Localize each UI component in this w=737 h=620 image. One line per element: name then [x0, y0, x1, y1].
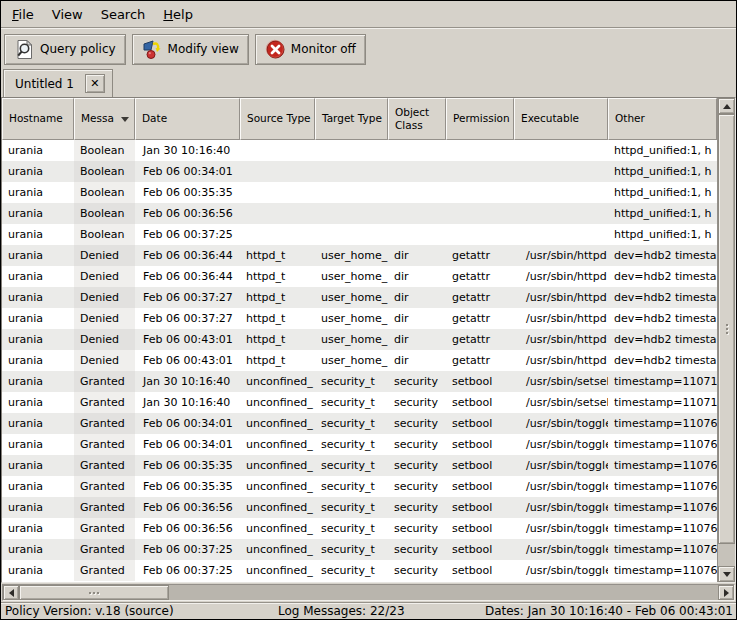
cell-date[interactable]: Feb 06 00:36:44	[135, 245, 240, 266]
cell-other[interactable]: timestamp=11076	[608, 560, 717, 581]
query-policy-button[interactable]: Query policy	[4, 34, 126, 65]
cell-source-type[interactable]: unconfined_	[240, 560, 315, 581]
column-header-target-type[interactable]: Target Type	[315, 98, 388, 140]
tab-close-button[interactable]: ✕	[85, 74, 105, 93]
cell-target-type[interactable]	[315, 140, 388, 161]
cell-other[interactable]: timestamp=11076	[608, 455, 717, 476]
cell-object-class[interactable]: security	[388, 539, 446, 560]
column-header-message[interactable]: Messa	[74, 98, 135, 140]
cell-executable[interactable]: /usr/sbin/toggle	[514, 497, 608, 518]
monitor-off-button[interactable]: Monitor off	[255, 34, 366, 65]
cell-message[interactable]: Granted	[74, 539, 135, 560]
tab-untitled-1[interactable]: Untitled 1 ✕	[3, 69, 113, 97]
cell-hostname[interactable]: urania	[2, 245, 74, 266]
table-row[interactable]: urania Denied Feb 06 00:36:44 httpd_t us…	[2, 266, 717, 287]
cell-other[interactable]: httpd_unified:1, h	[608, 224, 717, 245]
cell-date[interactable]: Feb 06 00:37:25	[135, 560, 240, 581]
scroll-down-button[interactable]	[718, 566, 735, 582]
table-row[interactable]: urania Granted Feb 06 00:35:35 unconfine…	[2, 455, 717, 476]
cell-other[interactable]: dev=hdb2 timesta	[608, 287, 717, 308]
cell-date[interactable]: Feb 06 00:35:35	[135, 182, 240, 203]
cell-executable[interactable]: /usr/sbin/httpd	[514, 308, 608, 329]
cell-date[interactable]: Jan 30 10:16:40	[135, 392, 240, 413]
cell-target-type[interactable]: security_t	[315, 560, 388, 581]
cell-date[interactable]: Feb 06 00:34:01	[135, 161, 240, 182]
cell-source-type[interactable]: httpd_t	[240, 245, 315, 266]
cell-permission[interactable]	[446, 182, 514, 203]
cell-hostname[interactable]: urania	[2, 266, 74, 287]
cell-other[interactable]: httpd_unified:1, h	[608, 161, 717, 182]
cell-source-type[interactable]: unconfined_	[240, 476, 315, 497]
cell-executable[interactable]: /usr/sbin/toggle	[514, 476, 608, 497]
cell-object-class[interactable]: dir	[388, 266, 446, 287]
cell-message[interactable]: Boolean	[74, 224, 135, 245]
cell-object-class[interactable]: security	[388, 518, 446, 539]
table-row[interactable]: urania Denied Feb 06 00:43:01 httpd_t us…	[2, 329, 717, 350]
cell-permission[interactable]: getattr	[446, 350, 514, 371]
cell-other[interactable]: timestamp=11076	[608, 476, 717, 497]
cell-message[interactable]: Denied	[74, 350, 135, 371]
table-row[interactable]: urania Granted Feb 06 00:35:35 unconfine…	[2, 476, 717, 497]
cell-message[interactable]: Denied	[74, 245, 135, 266]
vertical-scrollbar[interactable]	[717, 98, 735, 582]
menu-search[interactable]: Search	[92, 3, 155, 26]
cell-executable[interactable]	[514, 140, 608, 161]
table-row[interactable]: urania Boolean Feb 06 00:37:25 httpd_uni…	[2, 224, 717, 245]
vertical-scrollbar-thumb[interactable]	[718, 114, 735, 544]
cell-object-class[interactable]	[388, 161, 446, 182]
cell-permission[interactable]: getattr	[446, 287, 514, 308]
cell-source-type[interactable]	[240, 182, 315, 203]
cell-date[interactable]: Feb 06 00:34:01	[135, 413, 240, 434]
cell-hostname[interactable]: urania	[2, 224, 74, 245]
cell-target-type[interactable]: user_home_	[315, 350, 388, 371]
cell-permission[interactable]	[446, 140, 514, 161]
cell-object-class[interactable]: security	[388, 560, 446, 581]
cell-target-type[interactable]: security_t	[315, 392, 388, 413]
cell-source-type[interactable]	[240, 140, 315, 161]
cell-message[interactable]: Granted	[74, 434, 135, 455]
cell-executable[interactable]: /usr/sbin/toggle	[514, 518, 608, 539]
cell-permission[interactable]: getattr	[446, 245, 514, 266]
cell-date[interactable]: Feb 06 00:36:56	[135, 518, 240, 539]
cell-message[interactable]: Denied	[74, 287, 135, 308]
cell-executable[interactable]	[514, 161, 608, 182]
cell-object-class[interactable]	[388, 140, 446, 161]
cell-object-class[interactable]	[388, 203, 446, 224]
cell-target-type[interactable]: security_t	[315, 476, 388, 497]
cell-executable[interactable]: /usr/sbin/setseb	[514, 371, 608, 392]
table-row[interactable]: urania Granted Feb 06 00:37:25 unconfine…	[2, 560, 717, 581]
table-row[interactable]: urania Granted Jan 30 10:16:40 unconfine…	[2, 392, 717, 413]
cell-source-type[interactable]: httpd_t	[240, 287, 315, 308]
cell-hostname[interactable]: urania	[2, 539, 74, 560]
cell-hostname[interactable]: urania	[2, 455, 74, 476]
cell-object-class[interactable]: dir	[388, 308, 446, 329]
cell-hostname[interactable]: urania	[2, 476, 74, 497]
cell-target-type[interactable]	[315, 182, 388, 203]
cell-source-type[interactable]: unconfined_	[240, 518, 315, 539]
cell-target-type[interactable]: user_home_	[315, 329, 388, 350]
cell-source-type[interactable]: httpd_t	[240, 329, 315, 350]
cell-hostname[interactable]: urania	[2, 371, 74, 392]
cell-date[interactable]: Feb 06 00:37:27	[135, 308, 240, 329]
cell-date[interactable]: Jan 30 10:16:40	[135, 140, 240, 161]
cell-executable[interactable]: /usr/sbin/httpd	[514, 329, 608, 350]
cell-executable[interactable]: /usr/sbin/toggle	[514, 539, 608, 560]
cell-other[interactable]: timestamp=11076	[608, 539, 717, 560]
cell-target-type[interactable]: security_t	[315, 455, 388, 476]
cell-hostname[interactable]: urania	[2, 161, 74, 182]
cell-other[interactable]: dev=hdb2 timesta	[608, 329, 717, 350]
cell-target-type[interactable]: user_home_	[315, 266, 388, 287]
cell-executable[interactable]	[514, 224, 608, 245]
column-header-other[interactable]: Other	[608, 98, 717, 140]
cell-hostname[interactable]: urania	[2, 329, 74, 350]
cell-object-class[interactable]: security	[388, 497, 446, 518]
cell-hostname[interactable]: urania	[2, 497, 74, 518]
cell-message[interactable]: Boolean	[74, 140, 135, 161]
cell-target-type[interactable]	[315, 203, 388, 224]
cell-date[interactable]: Jan 30 10:16:40	[135, 371, 240, 392]
cell-object-class[interactable]: security	[388, 476, 446, 497]
cell-object-class[interactable]: dir	[388, 329, 446, 350]
cell-object-class[interactable]: security	[388, 434, 446, 455]
cell-other[interactable]: dev=hdb2 timesta	[608, 350, 717, 371]
horizontal-scrollbar-thumb[interactable]	[19, 585, 169, 600]
